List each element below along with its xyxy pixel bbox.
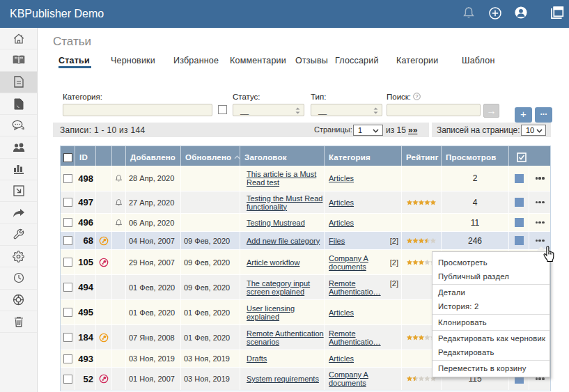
svg-text:?: ? <box>416 94 419 99</box>
